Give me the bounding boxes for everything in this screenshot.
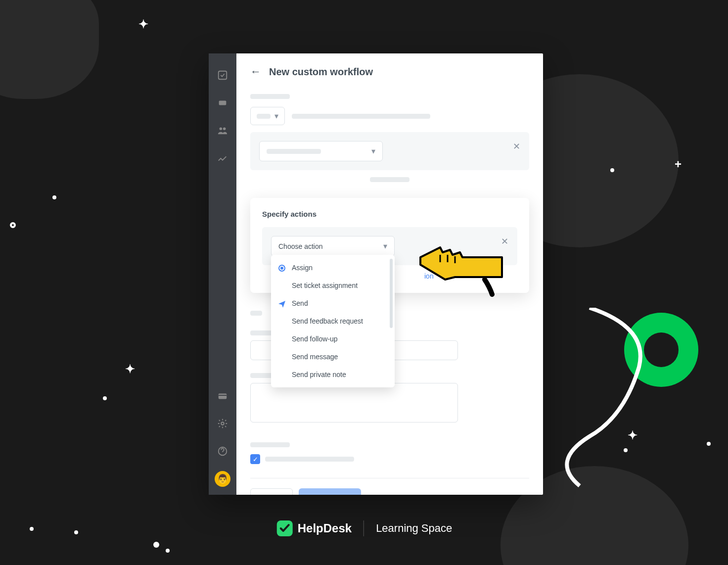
bg-plus: ✦: [125, 362, 135, 376]
placeholder: [250, 442, 290, 447]
scrollbar[interactable]: [390, 259, 393, 328]
workflow-description-input[interactable]: [250, 383, 458, 423]
pointing-hand-illustration: [415, 237, 514, 297]
dropdown-group-assign: Assign: [271, 259, 395, 277]
footer-logo: HelpDesk: [276, 519, 352, 537]
footer: HelpDesk Learning Space: [276, 519, 453, 537]
condition-select[interactable]: ▾: [259, 141, 383, 161]
svg-point-9: [280, 267, 283, 270]
analytics-icon[interactable]: [216, 151, 229, 165]
enable-checkbox[interactable]: ✓: [250, 454, 260, 464]
footer-label: Learning Space: [376, 522, 452, 535]
dropdown-option[interactable]: Send message: [271, 348, 395, 366]
dropdown-option[interactable]: Send private note: [271, 366, 395, 383]
svg-rect-0: [219, 71, 227, 80]
bg-dot: [52, 195, 56, 199]
svg-rect-4: [219, 393, 227, 399]
bg-squiggle: [560, 308, 718, 496]
bg-dot: [10, 222, 16, 228]
back-arrow-icon[interactable]: ←: [250, 65, 261, 78]
dropdown-option[interactable]: Send feedback request: [271, 312, 395, 330]
chevron-down-icon: ▾: [371, 146, 375, 156]
bg-dot: [30, 527, 34, 531]
chevron-down-icon: ▾: [274, 111, 278, 121]
bg-dot: [624, 448, 628, 452]
trigger-dropdown[interactable]: ▾: [250, 107, 285, 125]
action-dropdown-menu: Assign Set ticket assignment Send Send f…: [271, 255, 395, 387]
placeholder: [292, 114, 430, 119]
bg-plus: ✦: [138, 17, 148, 31]
dropdown-option[interactable]: Send follow-up: [271, 330, 395, 348]
people-icon[interactable]: [216, 124, 229, 138]
placeholder: [250, 311, 262, 316]
placeholder: [267, 149, 321, 154]
bg-dot: [103, 396, 107, 400]
condition-block: ▾ ✕: [250, 132, 529, 170]
cancel-button[interactable]: [250, 488, 293, 495]
page-header: ← New custom workflow: [250, 65, 529, 78]
svg-point-3: [223, 128, 226, 131]
placeholder: [257, 114, 271, 119]
tickets-icon[interactable]: [216, 96, 229, 110]
bg-dot: [74, 530, 78, 534]
chevron-down-icon: ▾: [383, 241, 387, 251]
divider: [250, 478, 529, 478]
placeholder: [250, 94, 290, 99]
action-dropdown[interactable]: Choose action ▾: [271, 236, 395, 256]
dropdown-option[interactable]: Set ticket assignment: [271, 277, 395, 294]
helpdesk-logo-icon: [276, 519, 294, 537]
bg-plus: +: [675, 157, 682, 171]
close-icon[interactable]: ✕: [513, 141, 520, 152]
footer-brand: HelpDesk: [298, 521, 352, 535]
logo-icon[interactable]: [216, 68, 229, 82]
placeholder: [370, 177, 410, 182]
radio-icon: [278, 264, 286, 272]
bg-dot: [610, 168, 614, 172]
action-dropdown-label: Choose action: [278, 242, 323, 250]
svg-rect-5: [219, 395, 227, 396]
sidebar: 👨: [209, 53, 236, 495]
bg-dot: [707, 442, 711, 446]
dropdown-group-send: Send: [271, 294, 395, 312]
bg-dot: [153, 542, 159, 548]
help-icon[interactable]: [216, 444, 229, 458]
save-button[interactable]: [299, 488, 361, 495]
svg-rect-1: [219, 100, 227, 105]
actions-section-title: Specify actions: [262, 210, 517, 218]
svg-point-2: [220, 128, 223, 131]
send-icon: [278, 300, 286, 308]
svg-point-6: [221, 422, 224, 425]
placeholder: [265, 457, 354, 462]
footer-divider: [364, 520, 364, 536]
bg-dot: [166, 549, 170, 553]
user-avatar[interactable]: 👨: [215, 471, 230, 487]
settings-icon[interactable]: [216, 417, 229, 430]
bg-plus: ✦: [628, 428, 637, 442]
bg-decoration: [0, 0, 99, 99]
card-icon[interactable]: [216, 389, 229, 403]
page-title: New custom workflow: [269, 66, 373, 78]
